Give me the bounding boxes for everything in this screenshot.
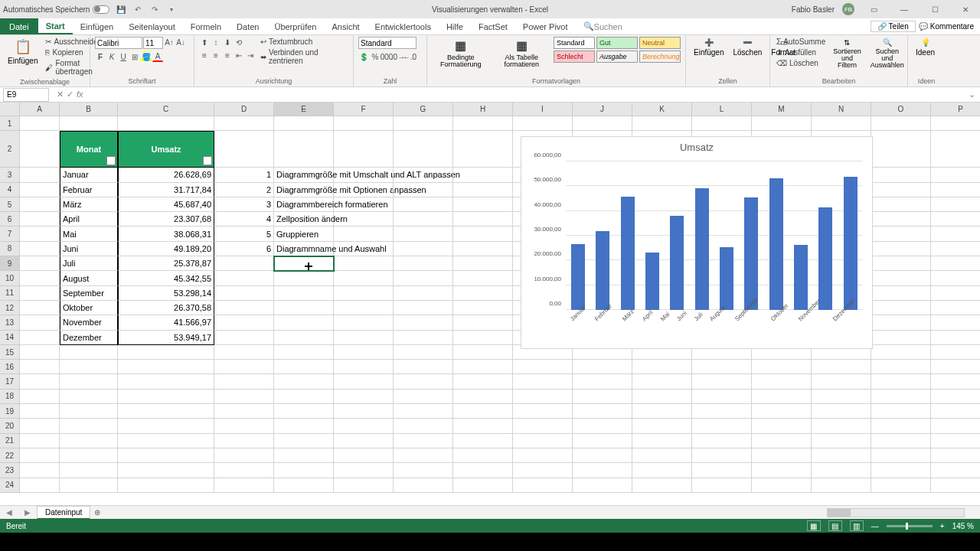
- chart-umsatz[interactable]: Umsatz 0,0010.000,0020.000,0030.000,0040…: [521, 136, 873, 349]
- cell-M16[interactable]: [752, 360, 812, 374]
- ideas-button[interactable]: 💡Ideen: [913, 37, 938, 58]
- orientation-icon[interactable]: ⟲: [234, 37, 244, 47]
- cell-N23[interactable]: [812, 463, 871, 478]
- cell-P24[interactable]: [931, 478, 980, 493]
- cell-E9[interactable]: [274, 256, 334, 271]
- cell-B4[interactable]: Februar: [60, 183, 118, 197]
- cell-C12[interactable]: 26.370,58: [118, 301, 214, 315]
- cell-E13[interactable]: [274, 315, 334, 330]
- cell-H20[interactable]: [453, 419, 513, 433]
- col-header-G[interactable]: G: [394, 103, 453, 116]
- cell-P6[interactable]: [931, 212, 980, 227]
- cell-C4[interactable]: 31.717,84: [118, 183, 214, 197]
- cell-O7[interactable]: [871, 227, 931, 241]
- row-header-9[interactable]: 9: [0, 256, 20, 271]
- user-avatar[interactable]: FB: [842, 3, 854, 15]
- cell-G4[interactable]: [394, 183, 453, 197]
- cell-C3[interactable]: 26.628,69: [118, 168, 214, 182]
- cell-C13[interactable]: 41.566,97: [118, 315, 214, 330]
- cell-N16[interactable]: [812, 360, 871, 374]
- row-header-21[interactable]: 21: [0, 434, 20, 448]
- row-header-18[interactable]: 18: [0, 390, 20, 404]
- cell-D22[interactable]: [214, 448, 274, 463]
- bar-Mai[interactable]: [670, 216, 684, 310]
- row-header-12[interactable]: 12: [0, 301, 20, 315]
- cell-F16[interactable]: [334, 360, 394, 374]
- cell-J22[interactable]: [573, 448, 632, 463]
- cell-J1[interactable]: [573, 116, 632, 131]
- row-header-22[interactable]: 22: [0, 448, 20, 463]
- cell-C23[interactable]: [118, 463, 214, 478]
- cell-O15[interactable]: [871, 345, 931, 360]
- select-all-corner[interactable]: [0, 103, 20, 116]
- tab-powerpivot[interactable]: Power Pivot: [515, 18, 576, 34]
- style-neutral[interactable]: Neutral: [639, 37, 681, 49]
- cell-C24[interactable]: [118, 478, 214, 493]
- comments-button[interactable]: 💬 Kommentare: [919, 22, 974, 31]
- row-header-14[interactable]: 14: [0, 331, 20, 345]
- cell-G10[interactable]: [394, 271, 453, 285]
- cell-I22[interactable]: [513, 448, 573, 463]
- cell-A3[interactable]: [20, 168, 60, 182]
- cell-P3[interactable]: [931, 168, 980, 182]
- cell-K19[interactable]: [632, 404, 692, 419]
- cell-E14[interactable]: [274, 331, 334, 345]
- col-header-C[interactable]: C: [118, 103, 214, 116]
- cell-E6[interactable]: Zellposition ändern: [274, 212, 334, 227]
- cell-D3[interactable]: 1: [214, 168, 274, 182]
- cell-E18[interactable]: [274, 390, 334, 404]
- cell-F12[interactable]: [334, 301, 394, 315]
- cell-F23[interactable]: [334, 463, 394, 478]
- cell-M18[interactable]: [752, 390, 812, 404]
- col-header-L[interactable]: L: [692, 103, 752, 116]
- cell-N1[interactable]: [812, 116, 871, 131]
- clear-button[interactable]: ⌫Löschen: [775, 58, 827, 68]
- cell-P21[interactable]: [931, 434, 980, 448]
- row-header-5[interactable]: 5: [0, 197, 20, 212]
- cell-B20[interactable]: [60, 419, 118, 433]
- cell-C14[interactable]: 53.949,17: [118, 331, 214, 345]
- cell-B11[interactable]: September: [60, 286, 118, 301]
- cell-O14[interactable]: [871, 331, 931, 345]
- cell-I1[interactable]: [513, 116, 573, 131]
- cell-K20[interactable]: [632, 419, 692, 433]
- cell-L18[interactable]: [692, 390, 752, 404]
- cell-E5[interactable]: Diagrammbereich formatieren: [274, 197, 334, 212]
- cell-H9[interactable]: [453, 256, 513, 271]
- cell-F9[interactable]: [334, 256, 394, 271]
- fx-icon[interactable]: fx: [77, 90, 83, 99]
- cell-B3[interactable]: Januar: [60, 168, 118, 182]
- cell-F1[interactable]: [334, 116, 394, 131]
- cell-P7[interactable]: [931, 227, 980, 241]
- cell-D11[interactable]: [214, 286, 274, 301]
- cell-N24[interactable]: [812, 478, 871, 493]
- cell-N22[interactable]: [812, 448, 871, 463]
- bar-März[interactable]: [621, 197, 635, 310]
- cell-A7[interactable]: [20, 227, 60, 241]
- cell-D16[interactable]: [214, 360, 274, 374]
- cell-E2[interactable]: [274, 131, 334, 168]
- cell-F21[interactable]: [334, 434, 394, 448]
- cell-E16[interactable]: [274, 360, 334, 374]
- bar-Februar[interactable]: [596, 231, 609, 310]
- cell-K16[interactable]: [632, 360, 692, 374]
- cell-B1[interactable]: [60, 116, 118, 131]
- cell-A10[interactable]: [20, 271, 60, 285]
- tab-ansicht[interactable]: Ansicht: [324, 18, 367, 34]
- cell-G3[interactable]: [394, 168, 453, 182]
- cell-M1[interactable]: [752, 116, 812, 131]
- number-format-select[interactable]: [358, 37, 416, 49]
- cell-P20[interactable]: [931, 419, 980, 433]
- save-icon[interactable]: 💾: [116, 4, 126, 15]
- cell-P1[interactable]: [931, 116, 980, 131]
- bar-Juni[interactable]: [695, 188, 709, 310]
- cell-E22[interactable]: [274, 448, 334, 463]
- cell-D2[interactable]: [214, 131, 274, 168]
- cell-F5[interactable]: [334, 197, 394, 212]
- row-header-15[interactable]: 15: [0, 345, 20, 360]
- cell-H15[interactable]: [453, 345, 513, 360]
- cell-C2[interactable]: Umsatz▾: [118, 131, 214, 168]
- cell-D23[interactable]: [214, 463, 274, 478]
- sheet-nav-prev-icon[interactable]: ◀: [0, 508, 18, 517]
- cell-O24[interactable]: [871, 478, 931, 493]
